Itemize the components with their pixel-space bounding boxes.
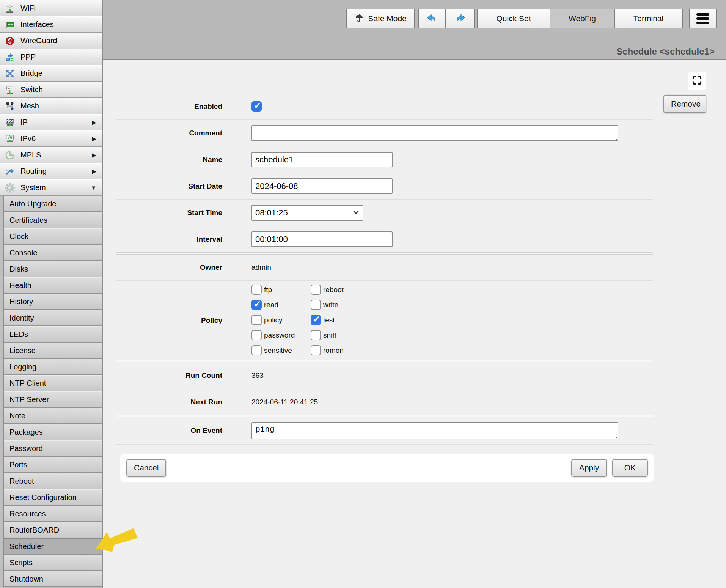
cancel-button[interactable]: Cancel [126, 459, 166, 477]
start-date-input[interactable] [251, 178, 393, 194]
on-event-row: On Event ping [116, 417, 653, 444]
policy-checkbox-sniff[interactable] [311, 330, 321, 340]
ok-button[interactable]: OK [612, 459, 648, 477]
sidebar-item-routing[interactable]: Routing ▶ [0, 163, 102, 179]
wireguard-icon [3, 36, 17, 46]
sidebar-item-wifi[interactable]: WiFi [0, 0, 102, 16]
policy-checkbox-write[interactable] [311, 300, 321, 310]
sidebar-item-routerboard[interactable]: RouterBOARD [4, 522, 102, 538]
name-input[interactable] [251, 152, 393, 167]
on-event-input[interactable]: ping [251, 422, 618, 439]
interval-label: Interval [116, 235, 222, 244]
run-count-row: Run Count 363 [116, 362, 653, 389]
policy-checkbox-reboot[interactable] [311, 285, 321, 295]
policy-checkbox-read[interactable] [251, 300, 262, 310]
policy-checkbox-sensitive[interactable] [251, 345, 262, 355]
sidebar-item-reboot[interactable]: Reboot [4, 473, 102, 489]
sidebar-item-ip[interactable]: 255 IP ▶ [0, 114, 102, 130]
sidebar-item-history[interactable]: History [4, 294, 102, 310]
sidebar-item-license[interactable]: License [4, 343, 102, 359]
comment-input[interactable] [251, 125, 618, 141]
mpls-icon [3, 150, 17, 160]
webfig-page: Schedule <schedule1> Safe Mode Quick Set… [0, 0, 726, 588]
expand-down-icon: ▼ [91, 184, 96, 191]
interval-row: Interval [116, 226, 653, 252]
hamburger-icon [696, 13, 709, 24]
sidebar-item-scheduler[interactable]: Scheduler [4, 538, 102, 555]
enabled-checkbox[interactable] [251, 101, 262, 112]
policy-item-password: password [251, 330, 311, 340]
sidebar-item-clock[interactable]: Clock [4, 228, 102, 245]
remove-button[interactable]: Remove [663, 95, 706, 113]
policy-checkbox-label: reboot [323, 286, 344, 294]
policy-checkbox-ftp[interactable] [251, 285, 262, 295]
sidebar-item-password[interactable]: Password [4, 440, 102, 457]
sidebar-item-certificates[interactable]: Certificates [4, 212, 102, 228]
sidebar-item-system[interactable]: System ▼ [0, 179, 102, 196]
safe-mode-button[interactable]: Safe Mode [346, 9, 415, 28]
policy-checkbox-label: ftp [264, 286, 272, 294]
tab-quick-set[interactable]: Quick Set [477, 9, 550, 28]
sidebar-item-packages[interactable]: Packages [4, 424, 102, 440]
fullscreen-button[interactable] [688, 72, 706, 90]
sidebar-item-interfaces[interactable]: Interfaces [0, 16, 102, 33]
system-submenu: Auto UpgradeCertificatesClockConsoleDisk… [3, 196, 102, 587]
sidebar-item-mesh[interactable]: Mesh [0, 98, 102, 114]
on-event-label: On Event [116, 426, 222, 435]
policy-checkbox-label: romon [323, 346, 344, 355]
switch-icon [3, 85, 17, 95]
interval-input[interactable] [251, 231, 393, 247]
policy-checkbox-password[interactable] [251, 330, 262, 340]
sidebar-item-health[interactable]: Health [4, 277, 102, 294]
sidebar-item-scripts[interactable]: Scripts [4, 555, 102, 571]
policy-checkbox-romon[interactable] [311, 345, 321, 355]
sidebar-item-shutdown[interactable]: Shutdown [4, 571, 102, 587]
undo-button[interactable] [418, 9, 446, 28]
sidebar-item-ppp[interactable]: PPP [0, 49, 102, 65]
sidebar-item-resources[interactable]: Resources [4, 506, 102, 522]
policy-checkbox-test[interactable] [311, 315, 321, 325]
policy-col-left: ftpreadpolicypasswordsensitive [251, 285, 311, 355]
expand-right-icon: ▶ [92, 135, 96, 142]
policy-item-test: test [311, 315, 344, 325]
wifi-icon [3, 3, 17, 14]
tab-terminal[interactable]: Terminal [614, 9, 683, 28]
sidebar-item-ntp-client[interactable]: NTP Client [4, 375, 102, 391]
interfaces-icon [3, 19, 17, 30]
svg-text:√6: √6 [8, 135, 13, 140]
ppp-icon [3, 52, 17, 63]
policy-checkbox-label: policy [264, 316, 283, 324]
policy-checkbox-label: read [264, 301, 278, 309]
policy-item-policy: policy [251, 315, 311, 325]
start-date-label: Start Date [116, 182, 222, 190]
start-date-row: Start Date [116, 173, 653, 199]
hamburger-menu-button[interactable] [689, 9, 717, 28]
sidebar-item-leds[interactable]: LEDs [4, 326, 102, 343]
expand-right-icon: ▶ [92, 119, 96, 126]
sidebar-item-reset-configuration[interactable]: Reset Configuration [4, 489, 102, 506]
policy-item-read: read [251, 300, 311, 310]
start-time-select[interactable]: 08:01:25 [251, 205, 363, 221]
redo-button[interactable] [445, 9, 475, 28]
sidebar-item-auto-upgrade[interactable]: Auto Upgrade [4, 196, 102, 212]
sidebar-item-wireguard[interactable]: WireGuard [0, 33, 102, 49]
tab-webfig[interactable]: WebFig [550, 9, 615, 28]
policy-checkbox-label: test [323, 316, 335, 324]
action-button-panel: Cancel Apply OK [120, 454, 654, 482]
sidebar-item-console[interactable]: Console [4, 245, 102, 261]
apply-button[interactable]: Apply [571, 459, 607, 477]
sidebar-item-ports[interactable]: Ports [4, 457, 102, 473]
bridge-icon [3, 68, 17, 79]
sidebar-item-mpls[interactable]: MPLS ▶ [0, 147, 102, 163]
sidebar-item-logging[interactable]: Logging [4, 359, 102, 375]
sidebar-item-identity[interactable]: Identity [4, 310, 102, 326]
policy-item-write: write [311, 300, 344, 310]
policy-checkbox-policy[interactable] [251, 315, 262, 325]
sidebar-item-note[interactable]: Note [4, 408, 102, 424]
ipv6-icon: √6 [3, 134, 17, 144]
sidebar-item-disks[interactable]: Disks [4, 261, 102, 277]
sidebar-item-ipv6[interactable]: √6 IPv6 ▶ [0, 130, 102, 147]
sidebar-item-bridge[interactable]: Bridge [0, 65, 102, 82]
sidebar-item-switch[interactable]: Switch [0, 82, 102, 98]
sidebar-item-ntp-server[interactable]: NTP Server [4, 391, 102, 408]
